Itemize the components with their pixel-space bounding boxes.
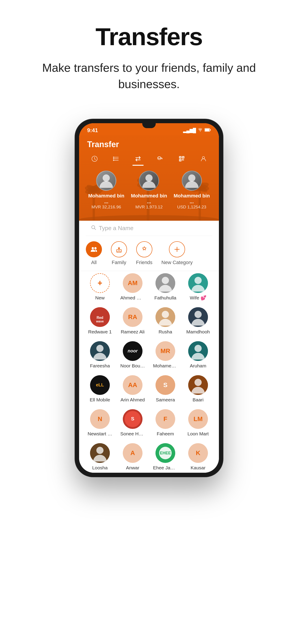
contact-avatar-8 bbox=[90, 341, 110, 361]
svg-point-56 bbox=[96, 345, 103, 352]
recent-contacts-slider: Mohammed bin ... MVR 32,216.96 bbox=[79, 164, 219, 214]
search-placeholder: Type a Name bbox=[99, 225, 133, 232]
svg-point-40 bbox=[94, 247, 97, 249]
svg-text:wave: wave bbox=[96, 320, 104, 323]
grid-contact-18[interactable]: F Faheem bbox=[149, 409, 182, 436]
svg-text:Red: Red bbox=[97, 316, 103, 320]
grid-contact-16[interactable]: N Newstart pvt... bbox=[84, 409, 116, 436]
contact-avatar-15 bbox=[188, 375, 208, 395]
contact-label-16: Newstart pvt... bbox=[88, 431, 112, 436]
grid-contact-10[interactable]: MR Mohamed Rizan bbox=[149, 341, 182, 368]
grid-contact-12[interactable]: eLL Ell Mobile bbox=[84, 375, 116, 402]
grid-contact-14[interactable]: S Sameera bbox=[149, 375, 182, 402]
contact-label-11: Aruham bbox=[190, 363, 206, 368]
contact-avatar-18: F bbox=[156, 409, 175, 429]
status-bar: 9:41 ▂▄▆█ bbox=[79, 123, 219, 135]
contact-label-8: Fareesha bbox=[90, 363, 110, 368]
contact-label-13: Arin Ahmed bbox=[120, 397, 145, 402]
contact-avatar-11 bbox=[188, 341, 208, 361]
grid-contact-17[interactable]: S Sonee Hardware bbox=[116, 409, 149, 436]
contact-avatar-23: K bbox=[188, 443, 208, 463]
svg-point-60 bbox=[195, 379, 202, 386]
grid-contact-0[interactable]: + New bbox=[84, 273, 116, 300]
contact-avatar-2 bbox=[182, 170, 202, 191]
contact-label-20: Loosha bbox=[92, 465, 108, 470]
grid-contact-20[interactable]: Loosha bbox=[84, 443, 116, 470]
contact-label-12: Ell Mobile bbox=[90, 397, 110, 402]
grid-contact-21[interactable]: A Anwar bbox=[116, 443, 149, 470]
recent-contact-1[interactable]: Mohammed bin ... MVR 1,973.12 bbox=[130, 170, 168, 210]
svg-rect-13 bbox=[180, 157, 181, 158]
contact-avatar-1: AM bbox=[123, 273, 142, 293]
contact-avatar-14: S bbox=[156, 375, 175, 395]
contact-avatar-1 bbox=[139, 170, 159, 191]
contact-avatar-20 bbox=[90, 443, 110, 463]
phone-mockup: 9:41 ▂▄▆█ bbox=[75, 119, 223, 477]
svg-point-8 bbox=[113, 158, 114, 159]
grid-contact-2[interactable]: Fathuhulla bbox=[149, 273, 182, 300]
contact-avatar-19: LM bbox=[188, 409, 208, 429]
cat-family-label: Family bbox=[112, 260, 126, 266]
grid-contact-19[interactable]: LM Loon Mart bbox=[182, 409, 214, 436]
hero-section: Transfers Make transfers to your friends… bbox=[0, 0, 298, 106]
nav-clock[interactable] bbox=[88, 154, 101, 164]
contact-name-1: Mohammed bin ... bbox=[130, 193, 168, 204]
cat-all-label: All bbox=[91, 260, 97, 266]
contact-label-19: Loon Mart bbox=[188, 431, 209, 436]
svg-point-11 bbox=[158, 157, 161, 158]
contact-label-23: Kausar bbox=[191, 465, 206, 470]
grid-contact-8[interactable]: Fareesha bbox=[84, 341, 116, 368]
contact-label-7: Mamdhooh bbox=[186, 329, 210, 334]
cat-new-category-label: New Category bbox=[161, 260, 193, 266]
status-time: 9:41 bbox=[87, 127, 98, 134]
recent-contact-0[interactable]: Mohammed bin ... MVR 32,216.96 bbox=[87, 170, 125, 210]
grid-contact-7[interactable]: Mamdhooh bbox=[182, 307, 214, 334]
nav-qr[interactable] bbox=[175, 154, 188, 164]
contact-avatar-21: A bbox=[123, 443, 142, 463]
svg-rect-2 bbox=[210, 129, 211, 130]
contact-name-2: Mohammed bin ... bbox=[173, 193, 211, 204]
grid-contact-3[interactable]: Wife 💕 bbox=[182, 273, 214, 300]
grid-contact-23[interactable]: K Kausar bbox=[182, 443, 214, 470]
grid-contact-4[interactable]: Red wave Redwave 1 bbox=[84, 307, 116, 334]
svg-point-9 bbox=[113, 160, 114, 160]
cat-new-category[interactable]: New Category bbox=[161, 241, 193, 266]
grid-contact-15[interactable]: Baari bbox=[182, 375, 214, 402]
svg-point-52 bbox=[162, 311, 169, 318]
search-bar[interactable]: Type a Name bbox=[86, 221, 212, 236]
grid-contact-22[interactable]: EHEE Ehee Jamiyya bbox=[149, 443, 182, 470]
contact-avatar-3 bbox=[188, 273, 208, 293]
contact-label-1: Ahmed Moosa bbox=[120, 295, 145, 300]
grid-contact-6[interactable]: Rusha bbox=[149, 307, 182, 334]
svg-point-54 bbox=[195, 311, 202, 318]
svg-rect-1 bbox=[205, 129, 210, 131]
contact-label-18: Faheem bbox=[157, 431, 174, 436]
grid-contact-5[interactable]: RA Rameez Ali bbox=[116, 307, 149, 334]
phone-outer: 9:41 ▂▄▆█ bbox=[75, 119, 223, 477]
contact-avatar-2 bbox=[156, 273, 175, 293]
svg-point-33 bbox=[79, 215, 219, 221]
cat-all[interactable]: All bbox=[86, 241, 102, 266]
svg-point-47 bbox=[195, 277, 202, 284]
white-section: Type a Name All bbox=[79, 221, 219, 473]
nav-profile[interactable] bbox=[197, 154, 210, 164]
contact-label-22: Ehee Jamiyya bbox=[153, 465, 178, 470]
nav-transfer[interactable] bbox=[131, 154, 144, 164]
svg-point-36 bbox=[188, 174, 195, 182]
grid-contact-9[interactable]: noor Noor Boutique bbox=[116, 341, 149, 368]
contact-avatar-16: N bbox=[90, 409, 110, 429]
cat-friends-label: Friends bbox=[136, 260, 152, 266]
cat-friends[interactable]: Friends bbox=[136, 241, 152, 266]
recent-contact-2[interactable]: Mohammed bin ... USD 1,1254.23 bbox=[173, 170, 211, 210]
add-new-avatar: + bbox=[90, 273, 110, 293]
grid-contact-1[interactable]: AM Ahmed Moosa bbox=[116, 273, 149, 300]
cat-family[interactable]: Family bbox=[111, 241, 127, 266]
svg-rect-15 bbox=[183, 157, 184, 158]
grid-contact-13[interactable]: AA Arin Ahmed bbox=[116, 375, 149, 402]
nav-list[interactable] bbox=[110, 154, 123, 164]
phone-inner: 9:41 ▂▄▆█ bbox=[79, 123, 219, 473]
hero-subtitle: Make transfers to your friends, family a… bbox=[18, 60, 280, 92]
nav-coins[interactable] bbox=[154, 154, 167, 164]
contact-label-2: Fathuhulla bbox=[154, 295, 176, 300]
grid-contact-11[interactable]: Aruham bbox=[182, 341, 214, 368]
